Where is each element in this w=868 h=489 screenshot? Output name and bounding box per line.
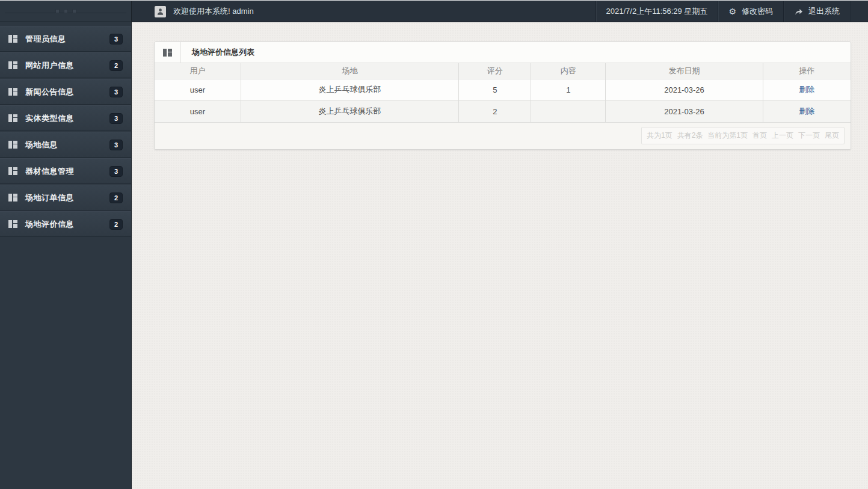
- logout-button[interactable]: 退出系统: [783, 1, 850, 22]
- grid-icon: [8, 220, 17, 228]
- sidebar-item-label: 实体类型信息: [25, 113, 74, 124]
- sidebar-item-venue-order-info[interactable]: 场地订单信息 2: [0, 185, 131, 211]
- sidebar-item-label: 器材信息管理: [25, 166, 74, 177]
- count-badge: 3: [109, 87, 123, 97]
- count-badge: 2: [109, 60, 123, 71]
- grid-icon: [8, 141, 17, 149]
- datetime-text: 2021/7/2上午11:56:29 星期五: [606, 6, 708, 17]
- sidebar-item-admin-info[interactable]: 管理员信息 3: [0, 26, 131, 52]
- cell-user: user: [155, 79, 241, 100]
- gear-icon: ⚙: [728, 7, 736, 16]
- cell-date: 2021-03-26: [606, 100, 763, 122]
- table-header-row: 用户 场地 评分 内容 发布日期 操作: [155, 63, 851, 79]
- panel-title: 场地评价信息列表: [181, 42, 254, 63]
- count-badge: 3: [109, 34, 123, 45]
- pagination-total-pages: 共为1页: [647, 131, 673, 141]
- column-header-score: 评分: [459, 63, 531, 79]
- column-header-action: 操作: [763, 63, 851, 79]
- cell-date: 2021-03-26: [606, 79, 763, 100]
- pagination-current-page: 当前为第1页: [707, 131, 748, 141]
- venue-review-panel: 场地评价信息列表 用户 场地 评分 内容 发布日期 操作: [154, 42, 851, 150]
- topbar: 欢迎使用本系统! admin 2021/7/2上午11:56:29 星期五 ⚙ …: [132, 1, 868, 22]
- change-password-button[interactable]: ⚙ 修改密码: [718, 1, 783, 22]
- handle-dot-icon: [55, 9, 60, 13]
- panel-footer: 共为1页 共有2条 当前为第1页 首页 上一页 下一页 尾页: [155, 123, 851, 149]
- logout-label: 退出系统: [808, 6, 840, 17]
- count-badge: 2: [109, 219, 123, 230]
- sidebar-item-label: 场地信息: [25, 140, 58, 150]
- topbar-endcap: [850, 1, 868, 22]
- grid-icon: [8, 35, 17, 43]
- cell-action: 删除: [763, 79, 851, 100]
- pagination-last[interactable]: 尾页: [825, 131, 839, 141]
- datetime-display: 2021/7/2上午11:56:29 星期五: [596, 1, 718, 22]
- column-header-user: 用户: [155, 63, 241, 79]
- grid-icon: [8, 114, 17, 122]
- cell-content: 1: [531, 79, 606, 100]
- cell-venue: 炎上乒乓球俱乐部: [241, 79, 458, 100]
- sidebar-item-site-user-info[interactable]: 网站用户信息 2: [0, 52, 131, 78]
- table-row: user 炎上乒乓球俱乐部 5 1 2021-03-26 删除: [155, 79, 851, 100]
- handle-dot-icon: [72, 9, 76, 13]
- sidebar-item-venue-info[interactable]: 场地信息 3: [0, 132, 131, 158]
- panel-icon-cell: [155, 42, 181, 63]
- cell-action: 删除: [763, 100, 851, 122]
- pagination-first[interactable]: 首页: [753, 131, 767, 141]
- grid-icon: [8, 88, 17, 96]
- content-area: 场地评价信息列表 用户 场地 评分 内容 发布日期 操作: [132, 22, 868, 489]
- count-badge: 3: [109, 113, 123, 124]
- sidebar-item-entity-type-info[interactable]: 实体类型信息 3: [0, 105, 131, 131]
- count-badge: 2: [109, 192, 123, 203]
- grid-icon: [8, 61, 17, 69]
- count-badge: 3: [109, 140, 123, 150]
- sidebar-item-label: 场地订单信息: [25, 192, 74, 203]
- grid-icon: [8, 194, 17, 201]
- pagination-prev[interactable]: 上一页: [772, 131, 793, 141]
- count-badge: 3: [109, 166, 123, 177]
- pagination-total-records: 共有2条: [677, 131, 703, 141]
- logout-arrow-icon: [794, 8, 803, 16]
- cell-user: user: [155, 100, 241, 122]
- welcome-text: 欢迎使用本系统! admin: [173, 6, 254, 17]
- user-avatar-icon: [155, 6, 166, 17]
- cell-content: [531, 100, 606, 122]
- delete-link[interactable]: 删除: [799, 85, 814, 94]
- handle-dot-icon: [64, 9, 68, 13]
- grid-icon: [8, 167, 17, 175]
- sidebar-collapse-handle[interactable]: [0, 1, 131, 22]
- cell-score: 5: [459, 79, 531, 100]
- change-password-label: 修改密码: [742, 6, 773, 17]
- cell-score: 2: [459, 100, 531, 122]
- review-table: 用户 场地 评分 内容 发布日期 操作 user 炎上乒乓球俱乐部 5 1 20: [155, 63, 851, 123]
- sidebar-menu: 管理员信息 3 网站用户信息 2 新闻公告信息 3 实体类型信息 3 场地信息 …: [0, 26, 131, 238]
- sidebar-item-label: 场地评价信息: [25, 219, 74, 230]
- cell-venue: 炎上乒乓球俱乐部: [241, 100, 458, 122]
- column-header-content: 内容: [531, 63, 606, 79]
- grid-icon: [163, 49, 172, 57]
- table-row: user 炎上乒乓球俱乐部 2 2021-03-26 删除: [155, 100, 851, 122]
- pagination: 共为1页 共有2条 当前为第1页 首页 上一页 下一页 尾页: [641, 127, 845, 144]
- sidebar-item-label: 管理员信息: [25, 34, 66, 45]
- sidebar-item-label: 新闻公告信息: [25, 87, 74, 97]
- sidebar: 管理员信息 3 网站用户信息 2 新闻公告信息 3 实体类型信息 3 场地信息 …: [0, 1, 132, 489]
- column-header-date: 发布日期: [606, 63, 763, 79]
- column-header-venue: 场地: [241, 63, 458, 79]
- delete-link[interactable]: 删除: [799, 106, 814, 115]
- pagination-next[interactable]: 下一页: [798, 131, 820, 141]
- sidebar-item-venue-review-info[interactable]: 场地评价信息 2: [0, 211, 131, 237]
- sidebar-item-equipment-info[interactable]: 器材信息管理 3: [0, 158, 131, 184]
- sidebar-item-label: 网站用户信息: [25, 60, 74, 71]
- panel-header: 场地评价信息列表: [155, 42, 851, 63]
- person-icon: [156, 8, 164, 16]
- sidebar-item-news-announcement-info[interactable]: 新闻公告信息 3: [0, 79, 131, 105]
